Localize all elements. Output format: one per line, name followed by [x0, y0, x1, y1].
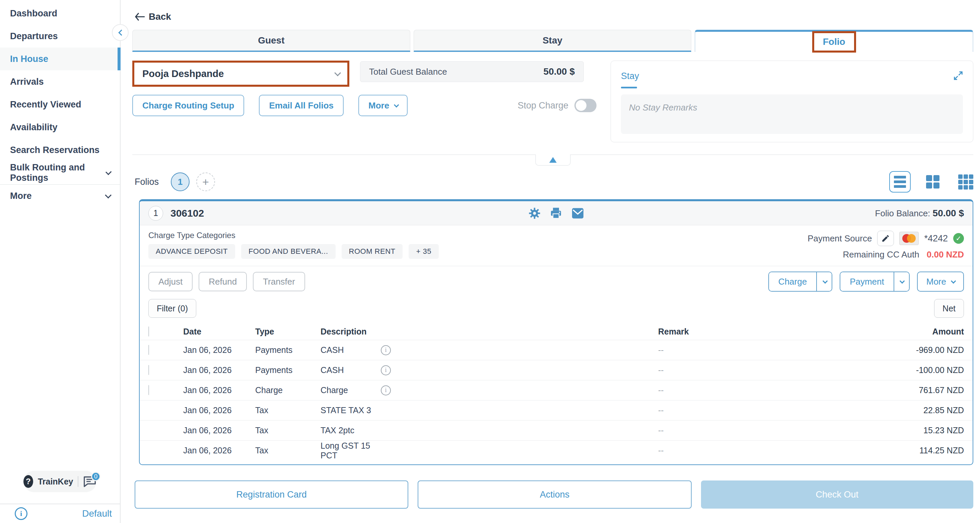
filter-button[interactable]: Filter (0): [148, 299, 196, 318]
sidebar-collapse-button[interactable]: [112, 24, 129, 41]
cell-type: Charge: [255, 385, 321, 395]
check-out-button[interactable]: Check Out: [701, 480, 973, 509]
print-icon[interactable]: [550, 207, 562, 219]
refund-button[interactable]: Refund: [199, 272, 247, 291]
info-icon[interactable]: i: [15, 507, 27, 520]
table-row[interactable]: Jan 06, 2026 Tax TAX 2ptc -- 15.23 NZD: [140, 420, 973, 440]
add-folio-button[interactable]: +: [196, 172, 215, 191]
stay-panel-tab[interactable]: Stay: [621, 71, 639, 88]
trainkey-label: TrainKey: [38, 477, 73, 486]
chevron-down-icon: [105, 192, 111, 199]
sidebar-footer: ? TrainKey 0 i Default: [0, 471, 120, 523]
tab-stay[interactable]: Stay: [414, 30, 692, 52]
row-checkbox[interactable]: [148, 345, 149, 355]
select-all-checkbox[interactable]: [148, 326, 149, 337]
edit-payment-button[interactable]: [877, 231, 894, 246]
sidebar-item-dashboard[interactable]: Dashboard: [0, 2, 120, 25]
chevron-down-icon: [334, 70, 341, 76]
row-checkbox[interactable]: [148, 385, 149, 395]
sidebar-item-departures[interactable]: Departures: [0, 25, 120, 48]
guest-selector[interactable]: Pooja Deshpande: [134, 63, 347, 85]
expand-icon[interactable]: [953, 70, 964, 83]
registration-card-button[interactable]: Registration Card: [135, 480, 408, 509]
transfer-button[interactable]: Transfer: [253, 272, 305, 291]
cell-remark: --: [658, 345, 820, 355]
table-row[interactable]: Jan 06, 2026 Payments CASHi -- -969.00 N…: [140, 340, 973, 360]
sidebar-item-bulk-routing[interactable]: Bulk Routing and Postings: [0, 161, 120, 184]
email-all-folios-button[interactable]: Email All Folios: [259, 95, 344, 116]
payment-dropdown-button[interactable]: [894, 272, 909, 291]
collapse-section-button[interactable]: [535, 154, 571, 166]
charge-button[interactable]: Charge: [769, 272, 816, 291]
info-icon[interactable]: i: [381, 365, 391, 375]
actions-button[interactable]: Actions: [418, 480, 691, 509]
folio-index-badge: 1: [148, 206, 163, 221]
table-row[interactable]: Jan 06, 2026 Charge Chargei -- 761.67 NZ…: [140, 380, 973, 400]
table-row[interactable]: Jan 06, 2026 Payments CASHi -- -100.00 N…: [140, 360, 973, 380]
sidebar-item-label: Availability: [10, 122, 57, 133]
sidebar-item-availability[interactable]: Availability: [0, 116, 120, 138]
total-guest-balance-label: Total Guest Balance: [369, 67, 447, 77]
category-chip[interactable]: ADVANCE DEPOSIT: [148, 244, 235, 259]
folio-balance-label: Folio Balance:: [875, 208, 931, 218]
app-window: Dashboard Departures In House Arrivals R…: [0, 0, 980, 523]
tab-label: Stay: [542, 35, 562, 46]
tab-folio[interactable]: Folio: [695, 30, 973, 52]
category-chip-more[interactable]: + 35: [409, 244, 438, 259]
tab-guest[interactable]: Guest: [132, 30, 410, 52]
divider: [78, 476, 78, 487]
sidebar-item-recently-viewed[interactable]: Recently Viewed: [0, 93, 120, 116]
grid-3x3-view-button[interactable]: [958, 175, 973, 189]
more-button[interactable]: More: [358, 95, 407, 116]
adjust-button[interactable]: Adjust: [148, 272, 192, 291]
chevron-down-icon: [822, 278, 827, 284]
folio-more-button[interactable]: More: [917, 272, 964, 292]
tab-label: Guest: [258, 35, 284, 46]
cell-amount: 761.67 NZD: [820, 385, 964, 395]
verified-check-icon: ✓: [953, 233, 964, 244]
list-view-button[interactable]: [889, 171, 911, 192]
info-icon[interactable]: i: [381, 385, 391, 396]
net-button[interactable]: Net: [934, 299, 964, 318]
cell-date: Jan 06, 2026: [183, 365, 255, 375]
back-button[interactable]: Back: [135, 11, 171, 22]
sidebar-item-in-house[interactable]: In House: [0, 48, 120, 70]
trainkey-widget[interactable]: ? TrainKey 0: [24, 471, 97, 492]
sidebar-item-more[interactable]: More: [0, 184, 120, 207]
email-icon[interactable]: [571, 208, 584, 219]
cell-date: Jan 06, 2026: [183, 426, 255, 435]
sidebar-item-arrivals[interactable]: Arrivals: [0, 70, 120, 93]
total-guest-balance-value: 50.00 $: [544, 66, 575, 77]
category-chip[interactable]: ROOM RENT: [342, 244, 403, 259]
cell-description: CASH: [321, 345, 381, 355]
category-chip[interactable]: FOOD AND BEVERA...: [241, 244, 336, 259]
cell-type: Tax: [255, 426, 321, 435]
stop-charge-toggle[interactable]: [574, 99, 597, 112]
cell-amount: -969.00 NZD: [820, 345, 964, 355]
row-checkbox[interactable]: [148, 365, 149, 375]
chat-button[interactable]: 0: [83, 476, 97, 487]
chevron-left-icon: [118, 29, 124, 35]
info-icon[interactable]: i: [381, 345, 391, 355]
folio-balance: Folio Balance: 50.00 $: [584, 208, 964, 219]
charge-routing-setup-button[interactable]: Charge Routing Setup: [132, 95, 244, 116]
payment-button[interactable]: Payment: [840, 272, 894, 291]
sidebar-bottom-bar: i Default: [0, 504, 120, 523]
settings-gear-icon[interactable]: [528, 207, 541, 219]
sidebar-item-label: Departures: [10, 31, 58, 41]
folio-chip-1[interactable]: 1: [171, 172, 189, 191]
table-row[interactable]: Jan 06, 2026 Tax Long GST 15 PCT -- 114.…: [140, 440, 973, 460]
table-row[interactable]: Jan 06, 2026 Tax STATE TAX 3 -- 22.85 NZ…: [140, 400, 973, 420]
folio-header-icons: [528, 207, 584, 219]
charge-dropdown-button[interactable]: [816, 272, 832, 291]
back-row: Back: [132, 0, 973, 22]
cell-type: Tax: [255, 405, 321, 415]
button-label: More: [926, 277, 946, 287]
folios-label: Folios: [135, 177, 159, 187]
guest-row: Pooja Deshpande Total Guest Balance 50.0…: [132, 60, 598, 87]
column-header-amount: Amount: [820, 327, 964, 337]
sidebar-item-search-reservations[interactable]: Search Reservations: [0, 138, 120, 161]
default-link[interactable]: Default: [82, 508, 112, 519]
sidebar-item-label: Search Reservations: [10, 145, 99, 155]
grid-2x2-view-button[interactable]: [926, 175, 939, 189]
